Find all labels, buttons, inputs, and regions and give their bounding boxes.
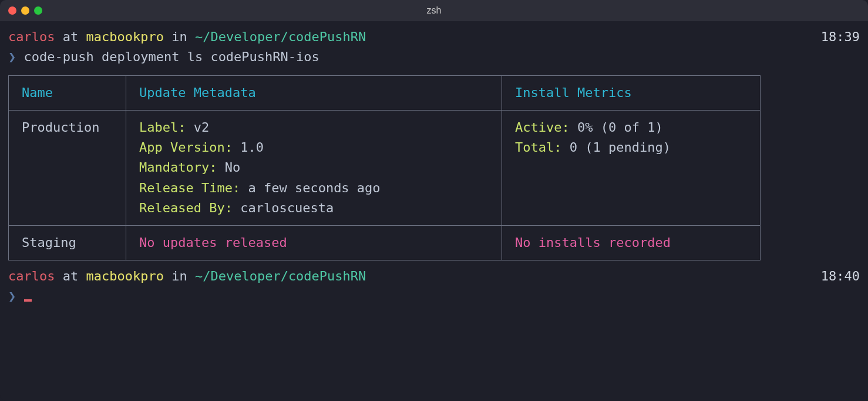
metric-key: Active: bbox=[515, 120, 570, 135]
header-name: Name bbox=[9, 76, 126, 111]
prompt-in: in bbox=[171, 269, 187, 283]
cell-meta: Label: v2 App Version: 1.0 Mandatory: No… bbox=[126, 111, 502, 225]
window-title: zsh bbox=[0, 5, 868, 16]
window-titlebar[interactable]: zsh bbox=[0, 0, 868, 21]
table-row: Production Label: v2 App Version: 1.0 Ma… bbox=[9, 111, 761, 225]
meta-key: Mandatory: bbox=[139, 160, 217, 175]
table-header-row: Name Update Metadata Install Metrics bbox=[9, 76, 761, 111]
meta-key: Label: bbox=[139, 120, 186, 135]
deployments-table: Name Update Metadata Install Metrics Pro… bbox=[8, 75, 761, 260]
meta-val: v2 bbox=[186, 120, 209, 135]
meta-empty: No updates released bbox=[139, 235, 287, 250]
prompt-user: carlos bbox=[8, 269, 55, 283]
cursor-icon bbox=[24, 299, 32, 302]
header-metrics: Install Metrics bbox=[502, 76, 761, 111]
cell-metrics: Active: 0% (0 of 1) Total: 0 (1 pending) bbox=[502, 111, 761, 225]
table-row: Staging No updates released No installs … bbox=[9, 225, 761, 260]
header-meta: Update Metadata bbox=[126, 76, 502, 111]
terminal-output[interactable]: carlos at macbookpro in ~/Developer/code… bbox=[0, 21, 868, 312]
command-text: code-push deployment ls codePushRN-ios bbox=[24, 49, 319, 64]
prompt-user: carlos bbox=[8, 29, 55, 44]
meta-key: Release Time: bbox=[139, 181, 240, 195]
meta-key: App Version: bbox=[139, 140, 233, 155]
meta-val: carloscuesta bbox=[233, 200, 334, 215]
meta-val: 1.0 bbox=[233, 140, 264, 155]
metrics-empty: No installs recorded bbox=[515, 235, 671, 250]
prompt-host: macbookpro bbox=[86, 269, 163, 283]
prompt-host: macbookpro bbox=[86, 29, 163, 44]
prompt-path: ~/Developer/codePushRN bbox=[195, 269, 366, 283]
prompt-in: in bbox=[171, 29, 187, 44]
prompt-line: carlos at macbookpro in ~/Developer/code… bbox=[8, 27, 860, 47]
terminal-window: zsh carlos at macbookpro in ~/Developer/… bbox=[0, 0, 868, 401]
metric-val: 0% (0 of 1) bbox=[570, 120, 663, 135]
meta-key: Released By: bbox=[139, 200, 233, 215]
cell-name: Production bbox=[9, 111, 126, 225]
metric-val: 0 (1 pending) bbox=[561, 140, 670, 155]
prompt-at: at bbox=[63, 29, 79, 44]
cell-metrics: No installs recorded bbox=[502, 225, 761, 260]
meta-val: No bbox=[217, 160, 240, 175]
meta-val: a few seconds ago bbox=[240, 181, 380, 195]
command-line[interactable]: ❯ bbox=[8, 286, 860, 306]
prompt-char: ❯ bbox=[8, 289, 16, 303]
prompt-char: ❯ bbox=[8, 49, 16, 64]
cell-name: Staging bbox=[9, 225, 126, 260]
prompt-time: 18:39 bbox=[821, 27, 860, 47]
prompt-line: carlos at macbookpro in ~/Developer/code… bbox=[8, 266, 860, 286]
prompt-time: 18:40 bbox=[821, 266, 860, 286]
prompt-at: at bbox=[63, 269, 79, 283]
metric-key: Total: bbox=[515, 140, 561, 155]
prompt-path: ~/Developer/codePushRN bbox=[195, 29, 366, 44]
cell-meta: No updates released bbox=[126, 225, 502, 260]
command-line: ❯ code-push deployment ls codePushRN-ios bbox=[8, 47, 860, 67]
